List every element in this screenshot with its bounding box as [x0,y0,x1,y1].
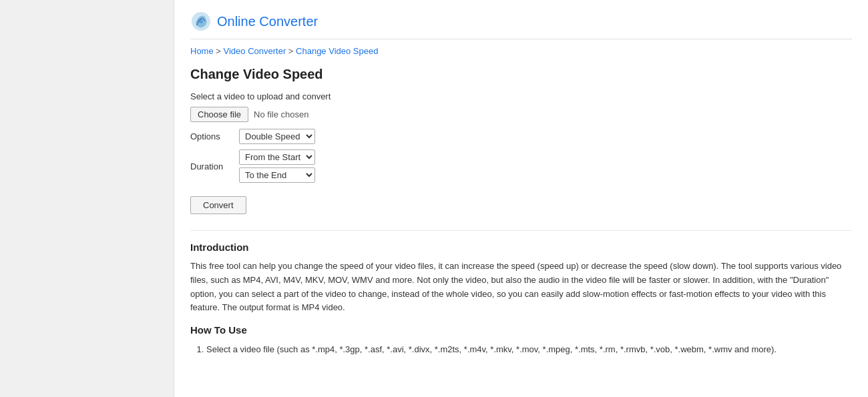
breadcrumb-home[interactable]: Home [190,46,214,56]
convert-button-wrapper: Convert [190,188,852,214]
breadcrumb-sep1: > [214,46,224,56]
file-row: Choose file No file chosen [190,107,852,122]
site-title: Online Converter [217,14,318,29]
breadcrumb-sep2: > [286,46,296,56]
how-to-use-list: Select a video file (such as *.mp4, *.3g… [206,342,852,357]
how-to-use-section: How To Use Select a video file (such as … [190,324,852,357]
how-to-use-heading: How To Use [190,324,852,336]
main-content: Online Converter Home > Video Converter … [174,0,868,397]
duration-label: Duration [190,161,234,171]
duration-row: Duration From the Start To the End [190,149,852,183]
introduction-text: This free tool can help you change the s… [190,260,852,315]
upload-label: Select a video to upload and convert [190,91,852,101]
duration-selects: From the Start To the End [239,149,315,183]
breadcrumb-change-video-speed[interactable]: Change Video Speed [296,46,378,56]
logo-icon [190,11,212,32]
options-label: Options [190,131,234,141]
page-title: Change Video Speed [190,67,852,82]
choose-file-button[interactable]: Choose file [190,107,248,122]
introduction-section: Introduction This free tool can help you… [190,230,852,315]
breadcrumb-video-converter[interactable]: Video Converter [224,46,286,56]
no-file-text: No file chosen [254,109,308,119]
site-header: Online Converter [190,11,852,39]
convert-button[interactable]: Convert [190,196,246,214]
options-select[interactable]: Half Speed Normal Speed Double Speed 4x … [239,129,315,144]
introduction-heading: Introduction [190,242,852,253]
how-to-use-step-1: Select a video file (such as *.mp4, *.3g… [206,342,852,357]
svg-point-1 [199,19,203,23]
breadcrumb: Home > Video Converter > Change Video Sp… [190,46,852,56]
duration-to-select[interactable]: To the End [239,167,315,183]
duration-from-select[interactable]: From the Start [239,149,315,165]
left-sidebar [0,0,174,397]
options-row: Options Half Speed Normal Speed Double S… [190,129,852,144]
